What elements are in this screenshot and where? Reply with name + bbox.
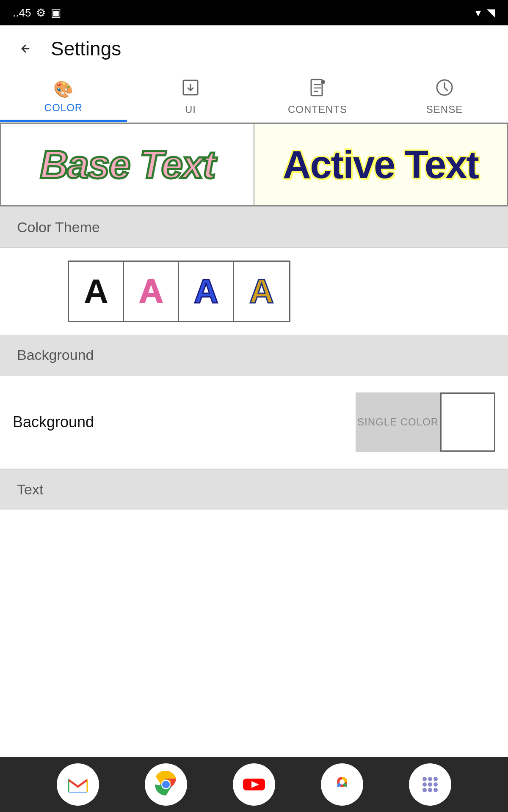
- theme-letter-a-pink: A: [139, 272, 163, 311]
- tab-contents[interactable]: CONTENTS: [254, 72, 381, 122]
- nav-photos[interactable]: [321, 763, 363, 806]
- back-button[interactable]: [13, 36, 38, 61]
- tab-ui[interactable]: UI: [127, 72, 254, 122]
- bottom-navigation: [0, 757, 508, 812]
- contents-tab-icon: [309, 79, 326, 100]
- svg-point-14: [422, 777, 427, 781]
- app-header: Settings: [0, 25, 508, 72]
- svg-point-16: [433, 777, 438, 781]
- tab-sense[interactable]: SENSE: [381, 72, 508, 122]
- nav-gmail[interactable]: [57, 763, 99, 806]
- tab-bar: 🎨 COLOR UI CONTENTS: [0, 72, 508, 123]
- battery-icon: ▣: [51, 6, 61, 19]
- nav-youtube[interactable]: [233, 763, 275, 806]
- status-bar: ..45 ⚙ ▣ ▾ ◥: [0, 0, 508, 25]
- theme-option-black[interactable]: A: [69, 262, 124, 321]
- signal-icon: ◥: [487, 6, 495, 19]
- ui-tab-label: UI: [185, 104, 196, 115]
- color-tab-label: COLOR: [44, 102, 83, 114]
- theme-option-gold[interactable]: A: [234, 262, 289, 321]
- status-bar-right: ▾ ◥: [475, 6, 495, 19]
- color-theme-title: Color Theme: [17, 219, 100, 235]
- status-time: ..45: [13, 6, 31, 19]
- text-preview-area: Base Text Active Text: [0, 123, 508, 207]
- active-text-label: Active Text: [283, 143, 478, 187]
- svg-point-21: [428, 788, 432, 792]
- color-theme-options-container: A A A A: [0, 248, 508, 335]
- theme-option-pink[interactable]: A: [124, 262, 179, 321]
- background-options: SINGLE COLOR: [356, 392, 495, 452]
- theme-letter-a-blue: A: [194, 272, 218, 311]
- color-theme-section-header: Color Theme: [0, 207, 508, 247]
- base-text-preview[interactable]: Base Text: [0, 123, 254, 206]
- background-section-header: Background: [0, 335, 508, 375]
- bottom-spacer: [0, 510, 508, 573]
- page-title: Settings: [51, 37, 121, 60]
- single-color-label: SINGLE COLOR: [357, 416, 439, 428]
- settings-status-icon: ⚙: [36, 6, 46, 19]
- theme-letter-a-black: A: [84, 272, 108, 311]
- color-swatch[interactable]: [440, 392, 495, 452]
- tab-color[interactable]: 🎨 COLOR: [0, 72, 127, 122]
- background-title: Background: [17, 347, 94, 363]
- base-text-label: Base Text: [40, 143, 215, 187]
- ui-tab-icon: [182, 79, 199, 100]
- nav-chrome[interactable]: [145, 763, 187, 806]
- active-text-preview[interactable]: Active Text: [254, 123, 508, 206]
- svg-point-15: [428, 777, 432, 781]
- svg-point-5: [321, 80, 325, 84]
- theme-letter-a-gold: A: [249, 272, 274, 311]
- background-row-label: Background: [13, 413, 94, 431]
- sense-tab-label: SENSE: [426, 104, 463, 115]
- theme-option-blue[interactable]: A: [179, 262, 234, 321]
- svg-point-18: [428, 782, 432, 787]
- status-bar-left: ..45 ⚙ ▣: [13, 6, 61, 19]
- svg-point-20: [422, 788, 427, 792]
- svg-point-10: [162, 781, 170, 788]
- background-row: Background SINGLE COLOR: [0, 376, 508, 469]
- svg-point-17: [422, 782, 427, 787]
- color-tab-icon: 🎨: [53, 80, 74, 99]
- svg-point-19: [433, 782, 438, 787]
- nav-apps[interactable]: [409, 763, 451, 806]
- wifi-icon: ▾: [475, 6, 481, 19]
- single-color-button[interactable]: SINGLE COLOR: [356, 392, 440, 452]
- contents-tab-label: CONTENTS: [288, 104, 347, 115]
- theme-options-group: A A A A: [68, 261, 290, 322]
- sense-tab-icon: [436, 79, 453, 100]
- text-section-title: Text: [17, 481, 43, 497]
- svg-point-22: [433, 788, 438, 792]
- text-section-header: Text: [0, 469, 508, 510]
- svg-point-13: [340, 779, 345, 785]
